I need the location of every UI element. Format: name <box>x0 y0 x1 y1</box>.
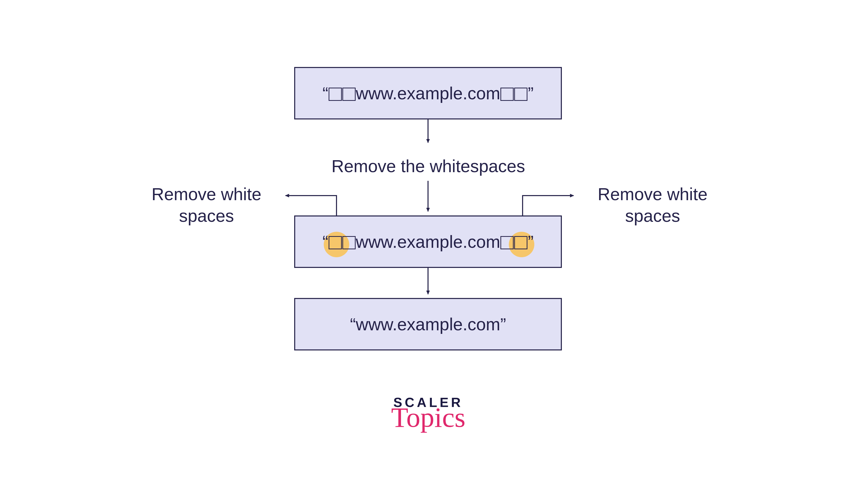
input-string-text: “www.example.com” <box>322 83 534 103</box>
whitespace-square-icon <box>329 236 342 249</box>
arrow-left-icon <box>286 196 336 216</box>
whitespace-square-icon <box>342 236 356 249</box>
quote-open: “ <box>350 315 356 334</box>
right-label-line1: Remove white <box>598 184 708 204</box>
right-label: Remove white spaces <box>581 183 724 227</box>
whitespace-square-icon <box>329 88 342 101</box>
quote-open: “ <box>322 84 328 103</box>
quote-close: ” <box>528 232 534 251</box>
left-label-line1: Remove white <box>152 184 261 204</box>
logo-line2: Topics <box>382 405 474 430</box>
whitespace-square-icon <box>514 88 527 101</box>
processing-string-text: “www.example.com” <box>322 232 534 252</box>
whitespace-square-icon <box>501 88 514 101</box>
whitespace-square-icon <box>501 236 514 249</box>
processing-string-box: “www.example.com” <box>294 216 562 268</box>
diagram-stage: “www.example.com” Remove the whitespaces… <box>0 0 867 504</box>
step-label: Remove the whitespaces <box>280 155 576 177</box>
output-string-box: “www.example.com” <box>294 298 562 350</box>
quote-close: ” <box>528 84 534 103</box>
whitespace-square-icon <box>514 236 527 249</box>
url-text: www.example.com <box>356 84 501 103</box>
whitespace-square-icon <box>342 88 356 101</box>
left-label: Remove white spaces <box>135 183 278 227</box>
brand-logo: SCALER Topics <box>382 395 474 430</box>
right-label-line2: spaces <box>625 206 680 226</box>
output-string-text: “www.example.com” <box>350 314 506 334</box>
url-text: www.example.com <box>356 232 501 251</box>
input-string-box: “www.example.com” <box>294 67 562 119</box>
quote-close: ” <box>500 315 506 334</box>
quote-open: “ <box>322 232 328 251</box>
arrow-right-icon <box>523 196 574 216</box>
url-text: www.example.com <box>356 315 501 334</box>
left-label-line2: spaces <box>179 206 234 226</box>
